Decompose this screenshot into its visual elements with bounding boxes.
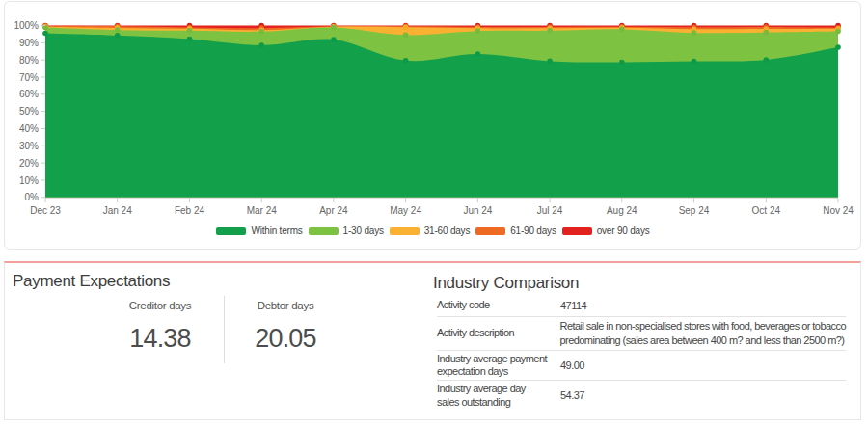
svg-text:Aug 24: Aug 24	[607, 205, 637, 216]
svg-text:Mar 24: Mar 24	[247, 205, 278, 216]
svg-text:20%: 20%	[19, 158, 39, 169]
svg-text:100%: 100%	[14, 20, 39, 31]
svg-text:Jul 24: Jul 24	[537, 205, 563, 216]
svg-text:May 24: May 24	[390, 205, 421, 216]
svg-text:Jun 24: Jun 24	[463, 205, 492, 216]
svg-text:Nov 24: Nov 24	[823, 205, 854, 216]
svg-text:Feb 24: Feb 24	[175, 205, 205, 216]
svg-text:90%: 90%	[19, 38, 39, 48]
svg-text:10%: 10%	[19, 175, 39, 186]
svg-text:Jan 24: Jan 24	[103, 205, 132, 216]
svg-text:40%: 40%	[19, 123, 39, 134]
svg-text:Apr 24: Apr 24	[319, 205, 348, 216]
svg-text:Sep 24: Sep 24	[679, 205, 710, 216]
svg-text:Dec 23: Dec 23	[30, 205, 61, 216]
svg-text:30%: 30%	[19, 141, 39, 151]
svg-text:Oct 24: Oct 24	[752, 205, 781, 216]
svg-text:70%: 70%	[19, 72, 39, 83]
svg-text:60%: 60%	[19, 89, 39, 99]
svg-text:50%: 50%	[19, 106, 39, 117]
svg-text:80%: 80%	[19, 55, 39, 66]
svg-text:0%: 0%	[25, 192, 40, 202]
